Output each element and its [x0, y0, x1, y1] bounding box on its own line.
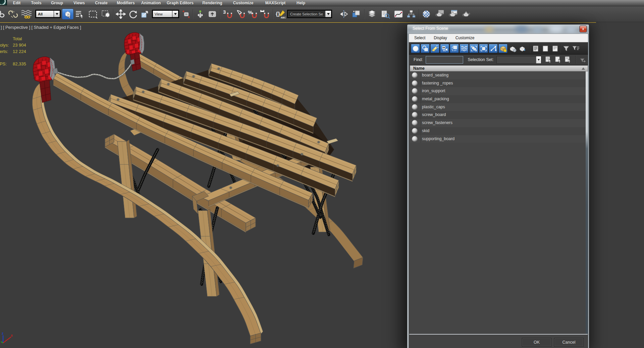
menu-maxscript[interactable]: MAXScript [265, 0, 286, 6]
dialog-menu-display[interactable]: Display [434, 36, 447, 40]
keyboard-shortcut-override-button[interactable] [207, 9, 218, 19]
cancel-button[interactable]: Cancel [554, 338, 584, 347]
coordinate-system-dropdown-icon[interactable] [172, 11, 178, 17]
select-and-move-button[interactable] [115, 9, 126, 19]
helpers-filter-icon[interactable] [451, 45, 458, 52]
percent-snap-toggle-button[interactable]: % [247, 9, 259, 19]
menu-group[interactable]: Group [51, 0, 63, 6]
scene-explorer-icon[interactable] [380, 9, 390, 19]
subtract-set-icon[interactable] [564, 56, 572, 63]
angle-snap-toggle-button[interactable] [235, 9, 247, 19]
viewport-label[interactable]: ] [ Perspective ] [ Shaded + Edged Faces… [1, 25, 81, 30]
select-and-scale-button[interactable] [140, 9, 151, 19]
rotate-icon[interactable] [128, 9, 138, 19]
align-icon[interactable] [351, 9, 361, 19]
material-editor-button[interactable] [421, 9, 432, 19]
select-and-link-button[interactable] [0, 9, 5, 19]
filter-combinations-button[interactable] [578, 56, 586, 64]
cameras-filter-icon[interactable] [441, 45, 448, 52]
dialog-close-button[interactable]: x [580, 26, 587, 32]
window-crossing-toggle-button[interactable] [100, 9, 111, 19]
menu-modifiers[interactable]: Modifiers [117, 0, 135, 6]
select-by-name-icon[interactable] [75, 10, 84, 18]
display-xrefs-toggle[interactable] [479, 44, 488, 53]
scene-object-row[interactable]: metal_packing [410, 95, 588, 103]
percent-snap-icon[interactable]: % [247, 9, 259, 19]
curve-editor-button[interactable] [393, 9, 404, 19]
scene-object-row[interactable]: plastic_caps [410, 103, 588, 111]
edit-named-selection-sets-button[interactable]: {}ABC [275, 9, 286, 19]
display-groups-toggle[interactable] [469, 44, 478, 53]
add-to-set-button[interactable] [554, 56, 562, 64]
filter-list-icon[interactable] [572, 45, 580, 52]
create-set-icon[interactable] [545, 56, 552, 63]
menu-rendering[interactable]: Rendering [202, 0, 222, 6]
display-geometry-toggle[interactable] [411, 44, 420, 53]
named-selection-combo[interactable]: Create Selection Se [287, 10, 332, 18]
bones-filter-icon[interactable] [490, 45, 497, 52]
menu-tools[interactable]: Tools [31, 0, 41, 6]
use-pivot-point-center-button[interactable] [181, 9, 192, 19]
display-cameras-toggle[interactable] [440, 44, 449, 53]
selection-filter-combo[interactable]: All [35, 10, 61, 18]
display-children-toggle[interactable] [531, 44, 540, 53]
menu-edit[interactable]: Edit [13, 0, 21, 6]
hidden-filter-icon[interactable] [519, 45, 527, 53]
dialog-menu-select[interactable]: Select [414, 36, 425, 40]
scene-explorer-button[interactable] [379, 9, 391, 19]
unlink-icon[interactable] [8, 10, 18, 18]
mirror-button[interactable] [338, 9, 350, 19]
rect-selection-icon[interactable] [88, 10, 98, 18]
scene-object-row[interactable]: screw_fasteners [410, 119, 588, 127]
snap-magnet-icon[interactable]: 3 [222, 9, 234, 19]
select-and-manipulate-button[interactable] [195, 9, 206, 19]
bind-to-space-warp-button[interactable] [21, 9, 32, 19]
named-selection-dropdown-icon[interactable] [325, 11, 331, 17]
filter-set-button[interactable] [571, 44, 580, 53]
ok-button[interactable]: OK [522, 338, 551, 347]
find-input[interactable] [426, 56, 463, 64]
unlink-selection-button[interactable] [8, 9, 18, 19]
display-containers-toggle[interactable] [498, 44, 507, 53]
display-influences-icon[interactable] [532, 45, 539, 52]
rendered-frame-icon[interactable] [448, 9, 458, 19]
spacewarps-filter-icon[interactable] [461, 45, 468, 52]
groups-filter-icon[interactable] [470, 45, 478, 52]
named-sets-icon[interactable]: {}ABC [275, 9, 286, 19]
display-helpers-toggle[interactable] [450, 44, 459, 53]
manipulate-icon[interactable] [196, 9, 205, 19]
display-frozen-toggle[interactable] [508, 44, 517, 53]
spinner-snap-icon[interactable] [259, 9, 271, 19]
bind-spacewarp-icon[interactable] [21, 9, 32, 19]
selection-filter-dropdown-icon[interactable] [54, 11, 60, 17]
keyboard-override-icon[interactable] [208, 9, 217, 19]
menu-animation[interactable]: Animation [141, 0, 161, 6]
layers-icon[interactable] [367, 9, 377, 19]
scene-object-row[interactable]: screw_board [410, 111, 588, 119]
select-object-icon[interactable] [63, 10, 72, 18]
display-materials-toggle[interactable] [550, 44, 559, 53]
mirror-icon[interactable] [339, 9, 349, 19]
select-and-rotate-button[interactable] [127, 9, 138, 19]
render-setup-button[interactable] [434, 9, 445, 19]
display-shapes-toggle[interactable] [421, 44, 430, 53]
dialog-menu-customize[interactable]: Customize [455, 36, 475, 40]
align-button[interactable] [351, 9, 362, 19]
render-production-button[interactable] [461, 9, 472, 19]
move-icon[interactable] [116, 9, 126, 19]
lights-filter-icon[interactable] [431, 45, 439, 52]
schematic-view-icon[interactable] [406, 9, 416, 19]
filter-funnel-icon[interactable] [562, 45, 570, 52]
curve-editor-icon[interactable] [393, 9, 404, 19]
geometry-filter-icon[interactable] [412, 45, 419, 52]
shapes-filter-icon[interactable] [422, 45, 429, 52]
layer-manager-button[interactable] [367, 9, 378, 19]
scene-object-row[interactable]: skid [410, 127, 588, 135]
filter-selection-button[interactable] [561, 44, 571, 53]
scene-object-row[interactable]: iron_support [410, 87, 588, 95]
selection-set-combo[interactable] [496, 56, 541, 64]
add-set-icon[interactable] [554, 56, 562, 63]
coordinate-system-combo[interactable]: View [152, 10, 179, 18]
menu-create[interactable]: Create [95, 0, 107, 6]
scene-object-row[interactable]: supporting_board [410, 135, 588, 143]
